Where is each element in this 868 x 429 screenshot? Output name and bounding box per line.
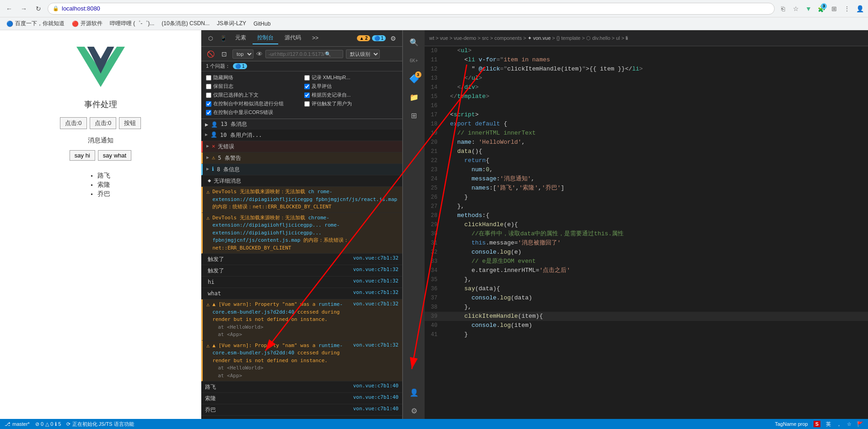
status-errors[interactable]: ⊘ 0 △ 0 ℹ 5	[35, 421, 61, 427]
line-21: 21 data(){	[425, 147, 868, 156]
console-what[interactable]: what von.vue:c7b1:32	[201, 288, 402, 299]
line-39: 39 clickItemHandle(item){	[425, 312, 868, 321]
code-editor[interactable]: 10 <ul> 11 <li v-for="item in names 12 "…	[425, 46, 868, 419]
back-button[interactable]: ←	[4, 3, 15, 14]
filter-selected-context[interactable]: 仅限已选择的上下文	[206, 92, 300, 98]
filter-eager[interactable]: 及早评估	[304, 83, 398, 90]
tab-sources[interactable]: 源代码	[280, 32, 306, 44]
tab-elements[interactable]: 元素	[231, 32, 251, 44]
status-branch[interactable]: ⎇ master*	[5, 421, 30, 427]
sidebar-settings[interactable]: ⚙	[406, 402, 422, 419]
source-link-7[interactable]: von.vue:c7b1:40	[353, 383, 399, 389]
tab-more[interactable]: >>	[307, 33, 323, 44]
forward-button[interactable]: →	[18, 3, 29, 14]
status-sync[interactable]: ⟳ 正在初始化 JS/TS 语言功能	[66, 421, 134, 428]
console-triggered-2[interactable]: 触发了 von.vue:c7b1:32	[201, 265, 402, 277]
status-lang[interactable]: S	[814, 421, 820, 427]
say-hi-button[interactable]: say hi	[70, 150, 95, 161]
refresh-button[interactable]: ↻	[33, 3, 44, 14]
status-tagname[interactable]: TagName prop	[775, 421, 808, 427]
line-29: 29 clickHandle(e){	[425, 220, 868, 229]
console-vue-warn-1[interactable]: ⚠ ▲ [Vue warn]: Property "nam" was a run…	[201, 299, 402, 341]
vue-devtools-icon[interactable]: ▼	[804, 4, 813, 13]
click-btn-1[interactable]: 点击:0	[60, 117, 87, 129]
devtools-panel: ⬡ 📱 元素 控制台 源代码 >> ▲ 2 🔵 1 ⚙ 🚫 ⊡ top 👁 默认…	[201, 30, 403, 419]
share-icon[interactable]: ⎗	[778, 4, 787, 13]
console-hi[interactable]: hi von.vue:c7b1:32	[201, 277, 402, 288]
console-no-errors[interactable]: ▶ ✕ 无错误	[201, 141, 402, 152]
extension-icon[interactable]: 🧩 3	[817, 4, 826, 13]
menu-icon[interactable]: ⋮	[842, 4, 852, 13]
bookmark-github[interactable]: GitHub	[251, 20, 273, 28]
filter-hide-network[interactable]: 隐藏网络	[206, 74, 300, 81]
bookmark-baidu[interactable]: 🔵 百度一下，你就知道	[4, 19, 67, 28]
level-select[interactable]: 默认级别	[346, 49, 380, 59]
status-en[interactable]: 英	[826, 421, 831, 428]
filter-icon[interactable]: ⊡	[219, 49, 230, 60]
filter-history[interactable]: 根据历史记录自...	[304, 92, 398, 98]
address-bar[interactable]: 🔒 localhost:8080	[48, 3, 775, 15]
console-group-user[interactable]: ▶ 👤 10 条用户消...	[201, 130, 402, 141]
tab-console[interactable]: 控制台	[253, 32, 278, 44]
click-btn-2[interactable]: 点击:0	[90, 117, 117, 129]
names-list: • 路飞 • 索隆 • 乔巴	[91, 172, 110, 198]
filter-eval[interactable]: 评估触发了用户为	[304, 100, 398, 107]
warn-badge: ▲ 2	[357, 35, 370, 41]
bookmark-jswords[interactable]: JS单词-LZY	[214, 19, 249, 28]
console-content: ▶ 👤 13 条消息 ▶ 👤 10 条用户消... ▶ ✕ 无错误 ▶ ⚠ 5 …	[201, 119, 402, 419]
console-chopper[interactable]: 乔巴 von.vue:c7b1:40	[201, 404, 402, 416]
console-total[interactable]: ▶ 👤 13 条消息	[201, 119, 402, 130]
status-flag[interactable]: 🚩	[857, 421, 863, 427]
console-triggered-1[interactable]: 触发了 von.vue:c7b1:32	[201, 254, 402, 265]
puzzle-icon[interactable]: ⊞	[830, 4, 839, 13]
sidebar-layers[interactable]: ⊞	[406, 107, 422, 124]
inspect-icon[interactable]: ⬡	[205, 33, 216, 44]
source-link-2[interactable]: von.vue:c7b1:32	[353, 266, 399, 272]
console-warn-2[interactable]: ⚠ DevTools 无法加载来源映射：无法加载 chrome-extensio…	[201, 213, 402, 254]
account-icon[interactable]: 👤	[855, 4, 864, 13]
source-link-4[interactable]: von.vue:c7b1:32	[353, 289, 399, 295]
source-link-8[interactable]: von.vue:c7b1:40	[353, 394, 399, 400]
filter-xmlhttp[interactable]: 记录 XMLHttpR...	[304, 74, 398, 81]
sidebar-user[interactable]: 👤	[406, 384, 422, 401]
line-28: 28 methods:{	[425, 211, 868, 220]
console-zoro[interactable]: 索隆 von.vue:c7b1:40	[201, 393, 402, 404]
console-warn-1[interactable]: ⚠ DevTools 无法加载来源映射：无法加载 ch rome-extensi…	[201, 187, 402, 213]
filter-input[interactable]	[265, 50, 343, 58]
status-star[interactable]: ☆	[847, 421, 852, 427]
source-link-6[interactable]: von.vue:c7b1:32	[353, 342, 399, 348]
say-what-button[interactable]: say what	[98, 150, 131, 161]
console-luffy[interactable]: 路飞 von.vue:c7b1:40	[201, 381, 402, 393]
bookmark-icon[interactable]: ☆	[791, 4, 800, 13]
source-link-1[interactable]: von.vue:c7b1:32	[353, 255, 399, 261]
eye-icon[interactable]: 👁	[256, 50, 263, 58]
console-no-detail[interactable]: ◆ 无详细消息	[201, 175, 402, 187]
device-icon[interactable]: 📱	[218, 33, 229, 44]
console-infos[interactable]: ▶ ℹ 8 条信息	[201, 164, 402, 175]
context-select[interactable]: top	[232, 49, 253, 59]
bookmark-csdn[interactable]: (10条消息) CSDN...	[159, 19, 212, 28]
url-text: localhost:8080	[62, 5, 770, 12]
breadcrumb-path: wt > vue > vue-demo > src > components >…	[429, 35, 628, 41]
filter-preserve[interactable]: 保留日志	[206, 83, 300, 90]
console-clear-icon[interactable]: 🚫	[205, 49, 216, 60]
console-warnings[interactable]: ▶ ⚠ 5 条警告	[201, 152, 402, 164]
sidebar-files[interactable]: 📁	[406, 89, 422, 105]
total-messages-label: 13 条消息	[221, 120, 247, 128]
sidebar-search[interactable]: 🔍	[406, 34, 422, 50]
source-link-3[interactable]: von.vue:c7b1:32	[353, 278, 399, 284]
sidebar-6k[interactable]: 6K+	[406, 52, 422, 69]
console-vue-warn-2[interactable]: ⚠ ▲ [Vue warn]: Property "nam" was a run…	[201, 341, 402, 382]
filter-group[interactable]: 在控制台中对相似消息进行分组	[206, 100, 300, 107]
click-btn-3[interactable]: 按钮	[119, 117, 141, 129]
filter-cors[interactable]: 在控制台中显示CORS错误	[206, 109, 300, 116]
sidebar-activity[interactable]: 🔷 3	[406, 71, 422, 87]
code-lines: 10 <ul> 11 <li v-for="item in names 12 "…	[425, 46, 868, 339]
bookmark-bilibili[interactable]: 哔哩哔哩 (゜-゜)...	[107, 19, 157, 28]
bookmark-opensource[interactable]: 🔴 开源软件	[69, 19, 105, 28]
source-link-9[interactable]: von.vue:c7b1:40	[353, 406, 399, 412]
editor-breadcrumb: wt > vue > vue-demo > src > components >…	[425, 30, 868, 46]
settings-icon[interactable]: ⚙	[388, 33, 399, 44]
status-comma[interactable]: ，	[836, 421, 841, 428]
source-link-5[interactable]: von.vue:c7b1:32	[353, 301, 399, 307]
